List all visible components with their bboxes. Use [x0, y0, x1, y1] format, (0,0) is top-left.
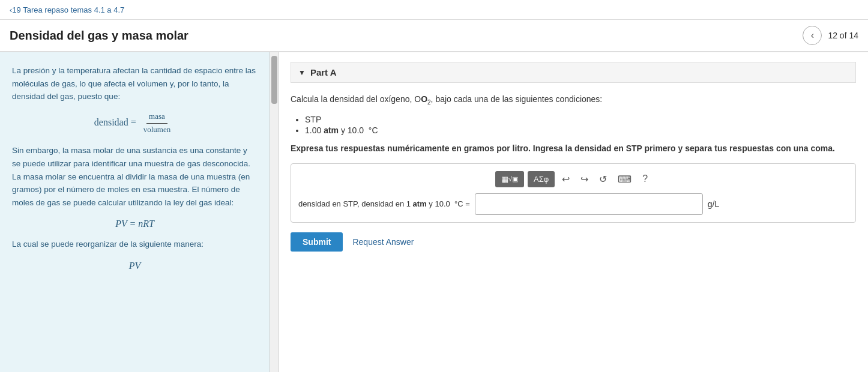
request-answer-link[interactable]: Request Answer	[352, 237, 414, 247]
formula-pv-nrt: PV = nRT	[12, 216, 258, 232]
help-button[interactable]: ?	[639, 171, 651, 187]
question-panel: ▼ Part A Calcula la densidad del oxígeno…	[279, 52, 868, 372]
symbol-palette-label: ΑΣφ	[534, 175, 549, 184]
answer-input-row: densidad en STP, densidad en 1 atm y 10.…	[298, 193, 848, 215]
input-label: densidad en STP, densidad en 1 atm y 10.…	[298, 199, 470, 208]
redo-button[interactable]: ↪	[577, 171, 592, 187]
page-count: 12 of 14	[828, 31, 858, 40]
prev-button[interactable]: ‹	[803, 26, 822, 45]
math-templates-icon: ▦	[501, 175, 508, 184]
symbol-palette-button[interactable]: ΑΣφ	[528, 171, 555, 187]
math-toolbar: ▦ √▣ ΑΣφ ↩ ↪ ↺ ⌨ ?	[298, 171, 848, 187]
collapse-icon[interactable]: ▼	[298, 68, 306, 77]
context-paragraph-3: La cual se puede reorganizar de la sigui…	[12, 238, 258, 251]
reset-button[interactable]: ↺	[595, 171, 610, 187]
condition-2: 1.00 atm y 10.0 °C	[305, 125, 856, 135]
unit-label: g/L	[708, 199, 719, 209]
math-templates-button[interactable]: ▦ √▣	[495, 171, 524, 187]
submit-button[interactable]: Submit	[291, 232, 343, 252]
conditions-list: STP 1.00 atm y 10.0 °C	[291, 115, 856, 135]
context-panel: La presión y la temperatura afectan la c…	[0, 52, 270, 372]
scrollbar-thumb[interactable]	[271, 56, 277, 104]
part-label: Part A	[310, 67, 337, 77]
action-row: Submit Request Answer	[291, 232, 856, 252]
answer-input[interactable]	[475, 193, 703, 215]
back-link[interactable]: ‹19 Tarea repaso temas 4.1 a 4.7	[10, 5, 124, 14]
part-a-header: ▼ Part A	[291, 62, 856, 83]
page-title: Densidad del gas y masa molar	[10, 29, 188, 43]
context-paragraph-1: La presión y la temperatura afectan la c…	[12, 64, 258, 103]
context-paragraph-2: Sin embargo, la masa molar de una sustan…	[12, 144, 258, 209]
instruction-text: Expresa tus respuestas numéricamente en …	[291, 142, 856, 155]
keyboard-button[interactable]: ⌨	[614, 171, 635, 187]
scrollbar[interactable]	[270, 52, 279, 372]
condition-1: STP	[305, 115, 856, 124]
formula-density: densidad = masa volumen	[12, 110, 258, 136]
header-navigation: ‹ 12 of 14	[803, 26, 858, 45]
answer-box: ▦ √▣ ΑΣφ ↩ ↪ ↺ ⌨ ? densidad en STP, dens…	[291, 163, 856, 223]
undo-button[interactable]: ↩	[558, 171, 573, 187]
formula-pv-partial: PV	[12, 258, 258, 274]
question-text: Calcula la densidad del oxígeno, OO2, ba…	[291, 92, 856, 107]
